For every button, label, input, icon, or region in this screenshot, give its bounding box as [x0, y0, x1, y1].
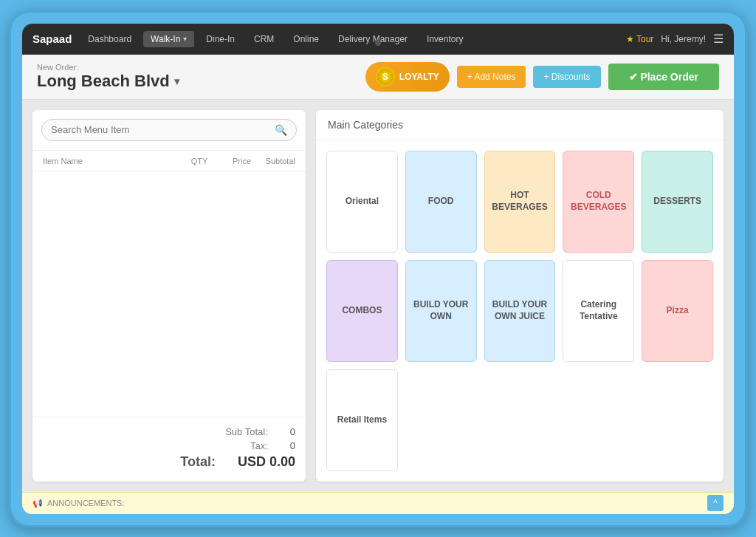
order-table-header: Item Name QTY Price Subtotal: [32, 151, 306, 172]
empty-cell-3: [563, 369, 634, 471]
announcements-label: ANNOUNCEMENTS:: [47, 499, 125, 507]
loyalty-coin: S: [376, 67, 395, 86]
discounts-button[interactable]: + Discounts: [533, 66, 600, 88]
category-food[interactable]: FOOD: [405, 151, 477, 253]
total-value: USD 0.00: [238, 454, 295, 470]
category-build-your-own-juice[interactable]: BUILD YOUR OWN JUICE: [484, 260, 556, 362]
category-pizza[interactable]: Pizza: [642, 260, 713, 362]
order-header: New Order: Long Beach Blvd ▾ S LOYALTY +…: [22, 55, 734, 100]
col-item-name: Item Name: [43, 157, 185, 165]
place-order-button[interactable]: ✔ Place Order: [608, 64, 720, 90]
announce-icon: 📢: [32, 499, 43, 508]
new-order-label: New Order:: [37, 63, 179, 72]
order-totals: Sub Total: 0 Tax: 0 Total: USD 0.00: [32, 417, 306, 482]
subtotal-value: 0: [290, 426, 295, 437]
empty-cell-4: [642, 369, 713, 471]
device-notch: [375, 40, 381, 46]
search-bar: 🔍: [32, 110, 306, 151]
category-combos[interactable]: COMBOS: [326, 260, 398, 362]
tour-link[interactable]: ★ Tour: [626, 34, 653, 44]
search-input[interactable]: [51, 124, 275, 135]
categories-header: Main Categories: [316, 110, 724, 140]
col-subtotal: Subtotal: [251, 157, 295, 165]
empty-cell-2: [484, 369, 556, 471]
tax-value: 0: [290, 440, 295, 451]
location-dropdown-arrow[interactable]: ▾: [174, 75, 179, 87]
col-price: Price: [214, 157, 251, 165]
category-retail-items[interactable]: Retail Items: [326, 369, 398, 471]
nav-walkin[interactable]: Walk-In ▾: [143, 31, 194, 47]
order-items-area: [32, 172, 306, 417]
category-desserts[interactable]: DESSERTS: [642, 151, 713, 253]
order-panel: 🔍 Item Name QTY Price Subtotal Sub Total…: [32, 110, 306, 482]
nav-bar: Sapaad Dashboard Walk-In ▾ Dine-In CRM O…: [22, 24, 734, 55]
category-cold-beverages[interactable]: COLD BEVERAGES: [563, 151, 634, 253]
walkin-dropdown-arrow[interactable]: ▾: [183, 35, 187, 43]
category-oriental[interactable]: Oriental: [326, 151, 398, 253]
category-build-your-own[interactable]: BUILD YOUR OWN: [405, 260, 477, 362]
nav-user-label: Hi, Jeremy!: [661, 34, 706, 44]
nav-crm[interactable]: CRM: [247, 31, 281, 47]
categories-grid: Oriental FOOD HOT BEVERAGES COLD BEVERAG…: [316, 140, 724, 482]
nav-inventory[interactable]: Inventory: [419, 31, 470, 47]
category-catering-tentative[interactable]: Catering Tentative: [563, 260, 634, 362]
nav-dashboard[interactable]: Dashboard: [80, 31, 139, 47]
categories-panel: Main Categories Oriental FOOD HOT BEVERA…: [316, 110, 724, 482]
announcements-bar: 📢 ANNOUNCEMENTS: ^: [22, 492, 734, 514]
col-qty: QTY: [185, 157, 214, 165]
loyalty-button[interactable]: S LOYALTY: [365, 62, 450, 92]
nav-dinein[interactable]: Dine-In: [199, 31, 242, 47]
search-icon: 🔍: [275, 124, 287, 136]
nav-hamburger-icon[interactable]: ☰: [713, 32, 724, 46]
order-location-name: Long Beach Blvd: [37, 72, 170, 91]
category-hot-beverages[interactable]: HOT BEVERAGES: [484, 151, 556, 253]
nav-logo: Sapaad: [32, 33, 72, 45]
announce-chevron-up[interactable]: ^: [707, 495, 724, 511]
nav-online[interactable]: Online: [286, 31, 326, 47]
add-notes-button[interactable]: + Add Notes: [457, 66, 526, 88]
tax-label: Tax:: [250, 440, 268, 451]
subtotal-label: Sub Total:: [225, 426, 268, 437]
empty-cell-1: [405, 369, 477, 471]
nav-delivery[interactable]: Delivery Manager: [331, 31, 415, 47]
total-label: Total:: [180, 454, 216, 470]
